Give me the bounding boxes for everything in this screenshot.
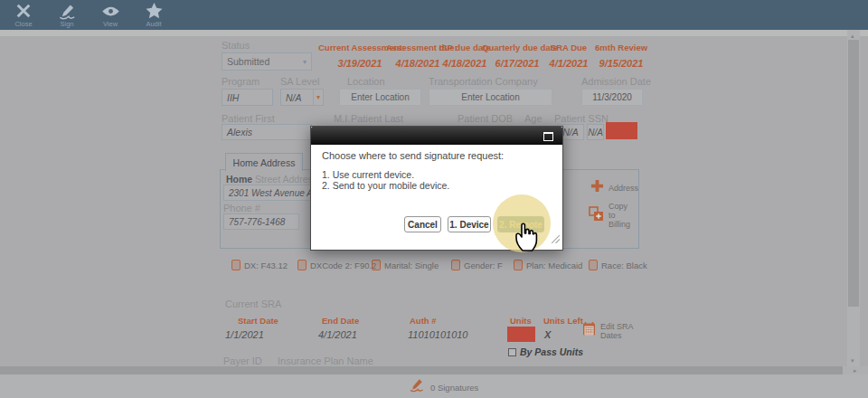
patient-first-field[interactable]: Alexis [222, 124, 312, 140]
program-field[interactable]: IIH [222, 89, 273, 106]
restore-window-icon[interactable] [543, 132, 553, 141]
gender-chip[interactable]: Gender: F [451, 260, 503, 270]
admission-date-label: Admission Date [581, 76, 651, 87]
remote-button[interactable]: 2. Remote [497, 216, 544, 232]
street-address-label: Home Street Address [226, 174, 317, 185]
star-icon [146, 3, 163, 19]
scroll-up-icon[interactable]: ▴ [851, 33, 854, 39]
audit-button[interactable]: Audit [132, 0, 175, 30]
copy-to-billing-button[interactable]: Copy to Billing [589, 202, 636, 229]
patient-mi-label: M.I. [334, 113, 350, 124]
dialog-option-2: 2. Send to your mobile device. [322, 180, 449, 191]
marital-label: Marital: Single [384, 261, 439, 270]
patient-ssn-field[interactable]: N/A [587, 124, 604, 140]
units-redacted-block [507, 327, 535, 342]
dx-code-label: DX: F43.12 [244, 261, 288, 270]
record-icon [297, 260, 307, 270]
sra-end-date-value: 4/1/2021 [318, 329, 357, 340]
payer-id-label: Payer ID [223, 355, 262, 366]
toolbar-divider-strip [0, 30, 868, 36]
phone-value: 757-776-1468 [229, 217, 285, 227]
transportation-label: Transportation Company [429, 76, 538, 87]
six-month-review-date: 6mth Review 9/15/2021 [595, 43, 647, 69]
sa-level-label: SA Level [280, 76, 319, 87]
copy-plus-icon [589, 206, 604, 225]
phone-label: Phone # [223, 203, 260, 213]
sign-pen-icon [58, 3, 77, 19]
sa-level-dropdown[interactable]: N/A ▾ [280, 89, 324, 106]
age-value: N/A [562, 127, 579, 137]
signature-request-dialog: Choose where to send signature request: … [310, 126, 563, 251]
plus-icon [590, 179, 604, 196]
sa-level-value: N/A [281, 92, 313, 103]
sra-auth-header: Auth # [410, 316, 437, 326]
bypass-units-checkbox[interactable] [508, 348, 516, 356]
quarterly-due-value: 6/17/2021 [482, 58, 552, 69]
vertical-scrollbar-thumb[interactable] [848, 40, 859, 307]
program-value: IIH [227, 92, 239, 103]
dx-code2-label: DXCode 2: F90.2 [310, 261, 376, 270]
close-label: Close [14, 21, 32, 28]
add-address-button[interactable]: Address [590, 179, 638, 196]
record-icon [231, 260, 241, 270]
eye-icon [101, 3, 120, 19]
scroll-down-icon[interactable]: ▾ [851, 357, 854, 364]
race-label: Race: Black [601, 261, 647, 270]
sra-end-date-header: End Date [322, 316, 359, 326]
dialog-option-1: 1. Use current device. [322, 169, 414, 180]
admission-date-button[interactable]: 11/3/2020 [581, 89, 643, 106]
plan-label: Plan: Medicaid [526, 261, 582, 270]
copy-to-billing-label: Copy to Billing [609, 202, 636, 229]
signature-pen-icon [409, 377, 425, 396]
patient-first-label: Patient First [222, 113, 275, 124]
sra-units-left-header: Units Left [543, 316, 583, 326]
street-address-value: 2301 West Avenue Apt. A [229, 188, 312, 198]
dialog-titlebar[interactable] [311, 127, 562, 145]
sra-due-label: SRA Due [543, 43, 594, 52]
vertical-scrollbar[interactable]: ▴ ▾ [847, 30, 860, 366]
sra-start-date-header: Start Date [238, 316, 278, 326]
status-label: Status [222, 40, 250, 51]
sign-label: Sign [60, 21, 73, 28]
patient-ssn-value: N/A [588, 128, 603, 137]
street-address-label-rest: Street Address [255, 174, 317, 185]
scroll-right-icon[interactable]: ▸ [854, 367, 857, 374]
edit-sra-dates-button[interactable]: Edit SRA Dates [582, 321, 638, 340]
gender-label: Gender: F [464, 261, 503, 270]
sra-auth-value: 11010101010 [408, 329, 467, 340]
sra-start-date-value: 1/1/2021 [225, 329, 264, 340]
signature-status-bar: 0 Signatures [0, 374, 868, 398]
dx-code2-chip[interactable]: DXCode 2: F90.2 [297, 260, 376, 270]
dx-code-chip[interactable]: DX: F43.12 [231, 260, 288, 270]
calendar-icon [582, 321, 596, 340]
horizontal-scrollbar-thumb[interactable] [0, 366, 843, 374]
status-dropdown[interactable]: Submitted ▾ [222, 52, 312, 71]
signatures-count: 0 Signatures [430, 383, 478, 393]
tab-home-address[interactable]: Home Address [225, 153, 303, 171]
device-button[interactable]: 1. Device [448, 216, 491, 232]
transportation-button[interactable]: Enter Location [429, 89, 552, 106]
six-month-review-label: 6mth Review [595, 43, 647, 52]
race-chip[interactable]: Race: Black [589, 260, 647, 270]
phone-field[interactable]: 757-776-1468 [223, 213, 299, 230]
chevron-down-icon: ▾ [303, 58, 307, 66]
patient-ssn-label: Patient SSN [554, 113, 609, 124]
sign-button[interactable]: Sign [45, 0, 89, 30]
six-month-review-value: 9/15/2021 [595, 58, 647, 69]
view-label: View [103, 21, 118, 28]
insurance-plan-name-label: Insurance Plan Name [278, 355, 373, 366]
horizontal-scrollbar[interactable]: ▸ [0, 366, 868, 374]
add-address-label: Address [609, 184, 638, 193]
sra-due-date: SRA Due 4/1/2021 [543, 43, 594, 69]
street-address-field[interactable]: 2301 West Avenue Apt. A [223, 185, 312, 201]
cancel-button[interactable]: Cancel [404, 216, 441, 232]
resize-grip-icon[interactable] [552, 231, 560, 247]
location-button[interactable]: Enter Location [339, 89, 421, 106]
close-icon [15, 3, 32, 19]
plan-chip[interactable]: Plan: Medicaid [514, 260, 582, 270]
close-button[interactable]: Close [2, 0, 45, 30]
dialog-message: Choose where to send signature request: [322, 150, 504, 161]
view-button[interactable]: View [89, 0, 132, 30]
marital-chip[interactable]: Marital: Single [372, 260, 439, 270]
record-icon [372, 260, 381, 270]
